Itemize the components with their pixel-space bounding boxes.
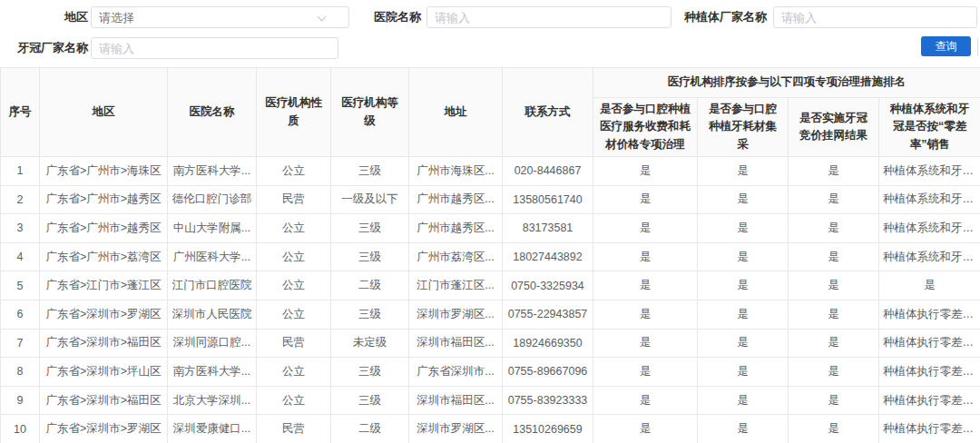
table-row: 5广东省>江门市>蓬江区江门市口腔医院公立二级江门市蓬江区...0750-332… <box>1 271 980 300</box>
table-cell: 是 <box>593 242 698 271</box>
table-cell: 广东省>广州市>越秀区 <box>40 185 168 214</box>
table-cell: 南方医科大学... <box>168 157 257 186</box>
table-row: 2广东省>广州市>越秀区德伦口腔门诊部民营一级及以下广州市越秀区...13580… <box>1 185 980 214</box>
table-cell: 深圳市罗湖区... <box>409 415 503 443</box>
table-row: 10广东省>深圳市>罗湖区深圳爱康健口...民营二级深圳市罗湖区...13510… <box>1 415 980 443</box>
table-row: 9广东省>深圳市>福田区北京大学深圳...公立三级深圳市福田区...0755-8… <box>1 386 980 415</box>
table-cell: 是 <box>789 271 879 300</box>
table-cell: 种植体系统和牙冠... <box>879 185 980 214</box>
table-cell: 是 <box>789 358 879 387</box>
table-cell: 是 <box>593 214 698 243</box>
col-header-region: 地区 <box>40 68 168 157</box>
table-cell: 三级 <box>331 157 409 186</box>
table-cell: 广东省>广州市>海珠区 <box>40 157 168 186</box>
table-cell: 三级 <box>331 358 409 387</box>
table-cell: 8 <box>1 358 40 387</box>
table-cell: 种植体执行零差率... <box>879 358 980 387</box>
table-cell: 种植体系统和牙冠... <box>879 214 980 243</box>
col-header-institution-level: 医疗机构等级 <box>331 68 409 157</box>
table-cell: 10 <box>1 415 40 443</box>
table-cell: 0755-22943857 <box>503 300 593 329</box>
table-cell: 广东省>深圳市>罗湖区 <box>40 415 168 443</box>
crown-manufacturer-input[interactable] <box>91 37 338 59</box>
table-cell: 是 <box>789 242 879 271</box>
table-cell: 民营 <box>257 329 331 358</box>
table-cell: 6 <box>1 300 40 329</box>
table-row: 6广东省>深圳市>罗湖区深圳市人民医院公立三级深圳市罗湖区...0755-229… <box>1 300 980 329</box>
table-cell: 是 <box>593 271 698 300</box>
table-cell: 德伦口腔门诊部 <box>168 185 257 214</box>
col-header-address: 地址 <box>409 68 503 157</box>
table-cell: 是 <box>789 415 879 443</box>
table-cell: 深圳市福田区... <box>409 386 503 415</box>
table-cell: 二级 <box>331 415 409 443</box>
search-button[interactable]: 查询 <box>921 36 971 56</box>
table-cell: 是 <box>789 214 879 243</box>
region-select-input[interactable] <box>91 6 349 28</box>
table-cell: 北京大学深圳... <box>168 386 257 415</box>
col-header-hospital-name: 医院名称 <box>168 68 257 157</box>
table-cell: 5 <box>1 271 40 300</box>
table-cell: 公立 <box>257 271 331 300</box>
table-cell: 广州市越秀区... <box>409 214 503 243</box>
col-header-institution-nature: 医疗机构性质 <box>257 68 331 157</box>
table-cell: 是 <box>789 329 879 358</box>
table-cell: 二级 <box>331 271 409 300</box>
table-cell: 民营 <box>257 415 331 443</box>
table-cell: 是 <box>698 300 789 329</box>
table-cell: 是 <box>698 214 789 243</box>
hospital-table-container: 序号 地区 医院名称 医疗机构性质 医疗机构等级 地址 联系方式 医疗机构排序按… <box>0 67 980 443</box>
implant-manufacturer-input[interactable] <box>773 6 977 28</box>
col-header-zero-markup: 种植体系统和牙冠是否按“零差率”销售 <box>879 98 980 157</box>
table-cell: 是 <box>698 329 789 358</box>
col-header-crown-bidding: 是否实施牙冠竞价挂网结果 <box>789 98 879 157</box>
table-cell: 83173581 <box>503 214 593 243</box>
table-cell: 广东省>深圳市>福田区 <box>40 329 168 358</box>
table-cell: 是 <box>593 386 698 415</box>
table-cell: 种植体执行零差率... <box>879 386 980 415</box>
table-cell: 深圳市罗湖区... <box>409 300 503 329</box>
table-cell: 是 <box>593 300 698 329</box>
table-cell: 广东省深圳市... <box>409 358 503 387</box>
table-cell: 是 <box>698 386 789 415</box>
table-cell: 三级 <box>331 300 409 329</box>
table-cell: 2 <box>1 185 40 214</box>
table-cell: 0750-3325934 <box>503 271 593 300</box>
table-cell: 深圳市福田区... <box>409 329 503 358</box>
table-row: 7广东省>深圳市>福田区深圳同源口腔...民营未定级深圳市福田区...18924… <box>1 329 980 358</box>
table-cell: 4 <box>1 242 40 271</box>
col-header-contact: 联系方式 <box>503 68 593 157</box>
table-cell: 020-8446867 <box>503 157 593 186</box>
table-cell: 公立 <box>257 214 331 243</box>
table-cell: 未定级 <box>331 329 409 358</box>
table-cell: 一级及以下 <box>331 185 409 214</box>
table-cell: 广州医科大学... <box>168 242 257 271</box>
table-cell: 是 <box>698 358 789 387</box>
table-cell: 是 <box>593 329 698 358</box>
table-cell: 广州市荔湾区... <box>409 242 503 271</box>
table-cell: 是 <box>593 157 698 186</box>
hospital-table: 序号 地区 医院名称 医疗机构性质 医疗机构等级 地址 联系方式 医疗机构排序按… <box>0 67 980 443</box>
table-row: 1广东省>广州市>海珠区南方医科大学...公立三级广州市海珠区...020-84… <box>1 157 980 186</box>
table-cell: 江门市口腔医院 <box>168 271 257 300</box>
region-select[interactable] <box>91 6 349 28</box>
table-cell: 南方医科大学... <box>168 358 257 387</box>
table-cell: 是 <box>593 358 698 387</box>
crown-manufacturer-label: 牙冠厂家名称 <box>9 37 88 59</box>
group-header-ranking: 医疗机构排序按参与以下四项专项治理措施排名 <box>593 68 980 98</box>
table-header: 序号 地区 医院名称 医疗机构性质 医疗机构等级 地址 联系方式 医疗机构排序按… <box>1 68 980 157</box>
hospital-name-input[interactable] <box>426 6 671 28</box>
table-cell: 种植体系统和牙冠... <box>879 242 980 271</box>
table-cell: 种植体执行零差率... <box>879 300 980 329</box>
table-cell: 公立 <box>257 157 331 186</box>
table-cell: 三级 <box>331 386 409 415</box>
implant-manufacturer-label: 种植体厂家名称 <box>676 6 767 28</box>
table-cell: 深圳爱康健口... <box>168 415 257 443</box>
table-cell: 深圳市人民医院 <box>168 300 257 329</box>
table-cell: 7 <box>1 329 40 358</box>
table-cell: 公立 <box>257 358 331 387</box>
table-cell: 广东省>江门市>蓬江区 <box>40 271 168 300</box>
search-filter-form: 地区 医院名称 种植体厂家名称 牙冠厂家名称 查询 <box>0 0 980 67</box>
table-cell: 18027443892 <box>503 242 593 271</box>
table-cell: 是 <box>698 242 789 271</box>
